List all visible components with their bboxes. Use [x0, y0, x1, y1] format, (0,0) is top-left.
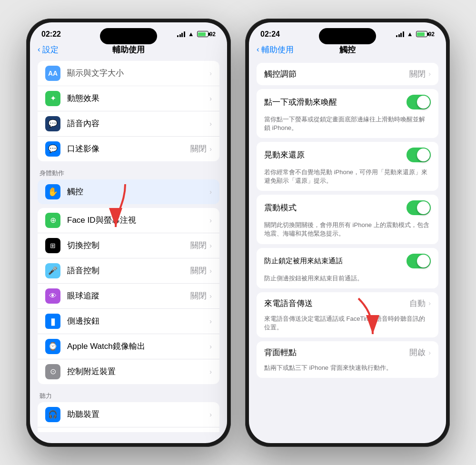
call-audio-item[interactable]: 來電語音傳送 自動 › 來電語音傳送決定電話通話或 FaceTime 語音時鈴聽…: [257, 292, 438, 337]
list-item[interactable]: 💬 語音內容 ›: [38, 111, 219, 137]
phone-left: 02:22 ▲ 92: [26, 19, 231, 447]
back-button-left[interactable]: ‹ 設定: [38, 44, 59, 55]
touch-item[interactable]: ✋ 觸控 ›: [38, 179, 219, 204]
vibration-label: 震動模式: [264, 202, 297, 213]
phone-screen-right: 02:24 ▲ 92: [249, 22, 446, 443]
list-item[interactable]: 💬 口述影像 關閉›: [38, 137, 219, 161]
call-audio-label: 來電語音傳送: [264, 298, 313, 309]
shake-restore-toggle[interactable]: [407, 148, 431, 162]
tap-wake-item: 點一下或滑動來喚醒 當你點一下螢幕或從鎖定畫面底部邊緣往上滑動時喚醒並解鎖 iP…: [257, 89, 438, 138]
item-icon-side: ▮: [45, 314, 60, 329]
status-icons-right: ▲ 92: [396, 30, 435, 38]
dynamic-island-right: [319, 28, 376, 44]
touch-adjust-item[interactable]: 觸控調節 關閉 ›: [257, 63, 438, 85]
section-header-body: 身體動作: [30, 165, 227, 179]
list-item[interactable]: AA 顯示與文字大小 ›: [38, 61, 219, 86]
audio-control-item[interactable]: 🎵 聆聽控制中心 ›: [38, 427, 219, 432]
vibration-desc: 關閉此切換開關後，會停用所有 iPhone 上的震動模式，包含地震、海嘯和其他緊…: [257, 221, 438, 244]
vibration-item: 震動模式 關閉此切換開關後，會停用所有 iPhone 上的震動模式，包含地震、海…: [257, 195, 438, 244]
status-icons-left: ▲ 92: [177, 30, 216, 38]
section-header-hearing: 聽力: [30, 388, 227, 402]
phone-frame-left: 02:22 ▲ 92: [26, 19, 231, 447]
hearing-aid-item[interactable]: 🎧 助聽裝置 ›: [38, 402, 219, 427]
phone-frame-right: 02:24 ▲ 92: [245, 19, 450, 447]
back-tap-item[interactable]: 背面輕點 開啟 › 點兩下或點三下 iPhone 背面來快速執行動作。: [257, 341, 438, 378]
phone-screen-left: 02:22 ▲ 92: [30, 22, 227, 443]
item-icon-hearing: 🎧: [45, 407, 60, 422]
faceid-item[interactable]: ⊕ Face ID與螢幕注視 ›: [38, 208, 219, 233]
tap-wake-desc: 當你點一下螢幕或從鎖定畫面底部邊緣往上滑動時喚醒並解鎖 iPhone。: [257, 115, 438, 138]
shake-restore-label: 晃動來還原: [264, 149, 305, 160]
item-icon-voice: 💬: [45, 116, 60, 131]
back-button-right[interactable]: ‹ 輔助使用: [257, 44, 294, 55]
item-icon-display: AA: [45, 66, 60, 81]
item-icon-voice-ctrl: 🎤: [45, 263, 60, 278]
nav-bar-right: ‹ 輔助使用 觸控: [249, 42, 446, 59]
eye-track-item[interactable]: 👁 眼球追蹤 關閉›: [38, 284, 219, 309]
chevron-icon: ›: [428, 70, 431, 78]
item-icon-describe: 💬: [45, 141, 60, 157]
wifi-icon-right: ▲: [407, 30, 413, 38]
time-right: 02:24: [260, 30, 280, 39]
phone-right: 02:24 ▲ 92: [245, 19, 450, 447]
body-items-group: ✋ 觸控 ›: [38, 179, 219, 204]
time-left: 02:22: [41, 30, 61, 39]
nearby-item[interactable]: ⊙ 控制附近裝置 ›: [38, 359, 219, 384]
signal-icon-left: [177, 31, 185, 37]
item-icon-eye: 👁: [45, 288, 60, 304]
dynamic-island-left: [100, 28, 157, 44]
battery-right: 92: [416, 31, 435, 38]
nav-title-left: 輔助使用: [112, 44, 145, 55]
back-tap-desc: 點兩下或點三下 iPhone 背面來快速執行動作。: [257, 364, 438, 378]
nav-title-right: 觸控: [339, 44, 356, 55]
visual-items-group: AA 顯示與文字大小 › ✦ 動態效果 › 💬 語音內容 ›: [38, 61, 219, 161]
signal-icon-right: [396, 31, 404, 37]
item-icon-watch: ⌚: [45, 339, 60, 354]
prevent-end-call-toggle[interactable]: [407, 254, 431, 268]
call-audio-desc: 來電語音傳送決定電話通話或 FaceTime 語音時鈴聽音訊的位置。: [257, 315, 438, 337]
item-icon-switch: ⊞: [45, 238, 60, 253]
item-icon-nearby: ⊙: [45, 364, 60, 379]
item-icon-motion: ✦: [45, 91, 60, 106]
item-icon-touch: ✋: [45, 184, 60, 199]
wifi-icon-left: ▲: [188, 30, 194, 38]
screen-content-right: 觸控調節 關閉 › 點一下或滑動來喚醒 當你點一下螢幕或從鎖定畫面底部邊緣往上滑…: [249, 59, 446, 432]
shake-restore-item: 晃動來還原 若你經常會不自覺地晃動 iPhone，可停用「晃動來還原」來避免顯示…: [257, 142, 438, 191]
side-button-item[interactable]: ▮ 側邊按鈕 ›: [38, 309, 219, 334]
vibration-toggle[interactable]: [407, 200, 431, 215]
chevron-icon3: ›: [428, 349, 431, 356]
body-items-group2: ⊕ Face ID與螢幕注視 › ⊞ 切換控制 關閉› 🎤 語音控制 關閉›: [38, 208, 219, 384]
back-tap-label: 背面輕點: [264, 347, 297, 358]
chevron-icon2: ›: [428, 299, 431, 307]
tap-wake-label: 點一下或滑動來喚醒: [264, 97, 337, 108]
prevent-end-call-desc: 防止側邊按鈕被用來結束目前通話。: [257, 274, 438, 288]
list-item[interactable]: ✦ 動態效果 ›: [38, 86, 219, 111]
tap-wake-toggle[interactable]: [407, 95, 431, 109]
hearing-items-group: 🎧 助聽裝置 › 🎵 聆聽控制中心 ›: [38, 402, 219, 432]
battery-left: 92: [197, 31, 216, 38]
screen-content-left: AA 顯示與文字大小 › ✦ 動態效果 › 💬 語音內容 ›: [30, 59, 227, 432]
prevent-end-call-label: 防止鎖定被用來結束通話: [264, 257, 343, 266]
apple-watch-item[interactable]: ⌚ Apple Watch鏡像輸出 ›: [38, 334, 219, 359]
item-icon-faceid: ⊕: [45, 213, 60, 228]
nav-bar-left: ‹ 設定 輔助使用: [30, 42, 227, 59]
switch-item[interactable]: ⊞ 切換控制 關閉›: [38, 233, 219, 258]
shake-restore-desc: 若你經常會不自覺地晃動 iPhone，可停用「晃動來還原」來避免顯示「還原」提示…: [257, 168, 438, 191]
voice-control-item[interactable]: 🎤 語音控制 關閉›: [38, 258, 219, 284]
touch-adjust-label: 觸控調節: [264, 69, 297, 79]
prevent-end-call-item: 防止鎖定被用來結束通話 防止側邊按鈕被用來結束目前通話。: [257, 248, 438, 288]
